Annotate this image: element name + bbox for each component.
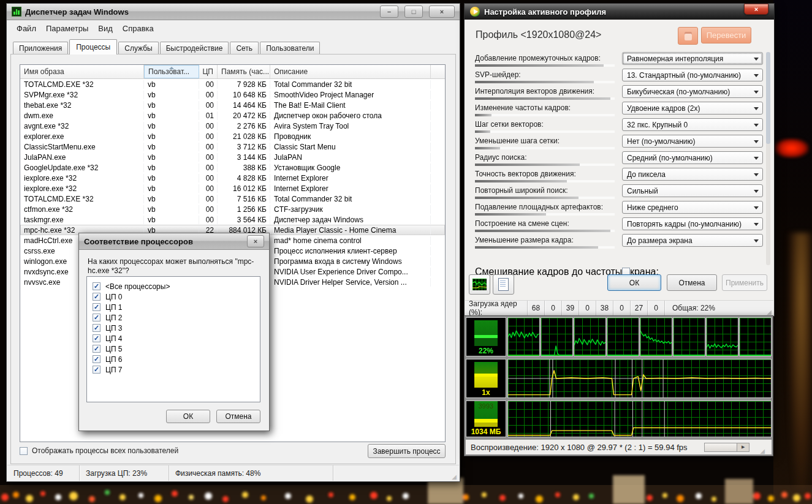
cancel-button[interactable]: Отмена	[216, 410, 260, 423]
processor-checkbox[interactable]: ✓	[93, 303, 101, 311]
affinity-dialog-titlebar[interactable]: Соответствие процессоров ×	[79, 233, 269, 250]
minimize-button[interactable]: –	[380, 6, 398, 18]
scrollbar-thumb[interactable]	[705, 443, 737, 451]
process-row[interactable]: TOTALCMD.EXE *32 vb 00 7 516 КБ Total Co…	[20, 194, 445, 204]
processor-item[interactable]: ✓ ЦП 6	[87, 354, 260, 364]
process-row[interactable]: GoogleUpdate.exe *32 vb 00 388 КБ Устано…	[20, 162, 445, 173]
svp-titlebar[interactable]: Настройка активного профиля ×	[465, 4, 774, 20]
svp-apply-button[interactable]: Применить	[722, 274, 767, 291]
column-header-description[interactable]: Описание	[270, 65, 431, 78]
chevron-down-icon	[754, 206, 759, 209]
menu-item[interactable]: Справка	[118, 23, 159, 34]
process-row[interactable]: explorer.exe vb 00 21 028 КБ Проводник	[20, 131, 445, 141]
tab[interactable]: Сеть	[230, 42, 259, 55]
complexity-meter	[475, 246, 615, 249]
menu-item[interactable]: Вид	[93, 23, 118, 34]
task-manager-titlebar[interactable]: Диспетчер задач Windows – □ ×	[7, 4, 460, 20]
setting-dropdown[interactable]: Удвоение кадров (2x)	[622, 102, 763, 115]
cores-load-label: Загрузка ядер (%):	[465, 301, 528, 315]
close-button[interactable]: ×	[429, 6, 455, 18]
setting-dropdown[interactable]: Средний (по-умолчанию)	[622, 151, 763, 164]
process-row[interactable]: ctfmon.exe *32 vb 00 1 256 КБ CTF-загруз…	[20, 204, 445, 214]
process-row[interactable]: iexplore.exe *32 vb 00 16 012 КБ Interne…	[20, 183, 445, 194]
processor-item[interactable]: ✓ ЦП 7	[87, 364, 260, 375]
setting-dropdown[interactable]: Равномерная интерполяция	[622, 52, 763, 65]
setting-dropdown[interactable]: Ниже среднего	[622, 201, 763, 214]
scrollbar-thumb[interactable]	[766, 52, 770, 144]
complexity-meter	[475, 213, 615, 216]
gauge-bar	[474, 320, 498, 346]
processor-checkbox[interactable]: ✓	[93, 334, 101, 342]
processor-checkbox[interactable]: ✓	[93, 282, 101, 290]
svp-cancel-button[interactable]: Отмена	[667, 274, 717, 291]
translate-icon-button[interactable]	[678, 27, 698, 45]
processor-item[interactable]: ✓ ЦП 3	[87, 323, 260, 333]
settings-scrollbar[interactable]	[766, 52, 770, 265]
dialog-close-button[interactable]: ×	[247, 235, 264, 247]
setting-dropdown[interactable]: Бикубическая (по-умолчанию)	[622, 85, 763, 98]
column-header-user[interactable]: Пользоват...	[144, 65, 199, 78]
processor-item[interactable]: ✓ <Все процессоры>	[87, 281, 260, 291]
process-row[interactable]: dwm.exe vb 01 20 472 КБ Диспетчер окон р…	[20, 110, 445, 121]
processor-checkbox[interactable]: ✓	[93, 314, 101, 322]
processor-item[interactable]: ✓ ЦП 1	[87, 302, 260, 312]
process-row[interactable]: ClassicStartMenu.exe vb 00 3 712 КБ Clas…	[20, 141, 445, 152]
maximize-button[interactable]: □	[404, 6, 423, 18]
processor-checkbox[interactable]: ✓	[93, 345, 101, 353]
processor-item[interactable]: ✓ ЦП 0	[87, 291, 260, 302]
setting-dropdown[interactable]: 32 пкс. Крупный 0	[622, 118, 763, 131]
processor-checkbox[interactable]: ✓	[93, 355, 101, 363]
setting-label: Уменьшение размера кадра:	[475, 236, 574, 244]
resize-grip-icon[interactable]: ◢	[450, 473, 458, 480]
tab[interactable]: Службы	[118, 42, 158, 55]
setting-dropdown[interactable]: До размера экрана	[622, 234, 763, 247]
tab[interactable]: Процессы	[69, 39, 117, 55]
complexity-meter	[475, 130, 615, 133]
performance-monitor-button[interactable]	[469, 274, 490, 295]
cpu-core-graph	[507, 317, 540, 356]
setting-dropdown[interactable]: Нет (по-умолчанию)	[622, 135, 763, 148]
process-row[interactable]: thebat.exe *32 vb 00 14 464 КБ The Bat! …	[20, 100, 445, 110]
tab[interactable]: Быстродействие	[160, 42, 229, 55]
status-segment: Физическая память: 48%	[169, 465, 333, 481]
ok-button[interactable]: ОК	[166, 410, 210, 423]
column-header-memory[interactable]: Память (час...	[218, 65, 270, 78]
processor-label: ЦП 5	[105, 345, 123, 353]
status-segment: Процессов: 49	[7, 465, 80, 481]
processor-checkbox[interactable]: ✓	[93, 293, 101, 301]
menu-item[interactable]: Параметры	[41, 23, 93, 34]
setting-dropdown[interactable]: Повторять кадры (по-умолчанию)	[622, 217, 763, 230]
affinity-dialog: Соответствие процессоров × На каких проц…	[78, 233, 270, 431]
process-row[interactable]: iexplore.exe *32 vb 00 4 828 КБ Internet…	[20, 173, 445, 183]
show-all-users-checkbox[interactable]: ✓	[20, 447, 28, 455]
column-header-name[interactable]: Имя образа	[20, 65, 144, 78]
process-row[interactable]: TOTALCMD.EXE *32 vb 00 7 928 КБ Total Co…	[20, 79, 445, 89]
setting-dropdown[interactable]: До пиксела	[622, 168, 763, 181]
setting-dropdown[interactable]: 13. Стандартный (по-умолчанию)	[622, 69, 763, 81]
process-row[interactable]: avgnt.exe *32 vb 00 2 276 КБ Avira Syste…	[20, 121, 445, 131]
chevron-down-icon	[754, 107, 759, 110]
processor-checkbox[interactable]: ✓	[93, 324, 101, 332]
end-process-button[interactable]: Завершить процесс	[368, 444, 446, 458]
process-row[interactable]: taskmgr.exe vb 00 3 564 КБ Диспетчер зад…	[20, 214, 445, 225]
list-header: Имя образа Пользоват... ЦП Память (час..…	[20, 65, 445, 79]
svp-close-button[interactable]: ×	[744, 4, 768, 15]
scroll-arrow-icon[interactable]: ▶	[737, 443, 749, 451]
tab[interactable]: Приложения	[13, 42, 68, 55]
setting-dropdown[interactable]: Сильный	[622, 184, 763, 197]
svp-ok-button[interactable]: ОК	[607, 274, 661, 291]
menu-item[interactable]: Файл	[12, 23, 41, 34]
playback-status-text: Воспроизведение: 1920 x 1080 @ 29.97 * (…	[471, 443, 688, 452]
processor-item[interactable]: ✓ ЦП 2	[87, 312, 260, 323]
process-row[interactable]: SVPMgr.exe *32 vb 00 10 648 КБ SmoothVid…	[20, 89, 445, 100]
tab[interactable]: Пользователи	[260, 42, 320, 55]
translate-button[interactable]: Перевести	[701, 27, 751, 43]
process-row[interactable]: JulaPAN.exe vb 00 3 144 КБ JulaPAN	[20, 152, 445, 162]
processor-checkbox[interactable]: ✓	[93, 366, 101, 374]
column-header-cpu[interactable]: ЦП	[199, 65, 218, 78]
profile-settings-button[interactable]	[493, 274, 514, 295]
history-scrollbar[interactable]: ▶	[704, 443, 749, 452]
setting-label: Повторный широкий поиск:	[475, 186, 568, 195]
processor-item[interactable]: ✓ ЦП 4	[87, 333, 260, 344]
processor-item[interactable]: ✓ ЦП 5	[87, 344, 260, 354]
